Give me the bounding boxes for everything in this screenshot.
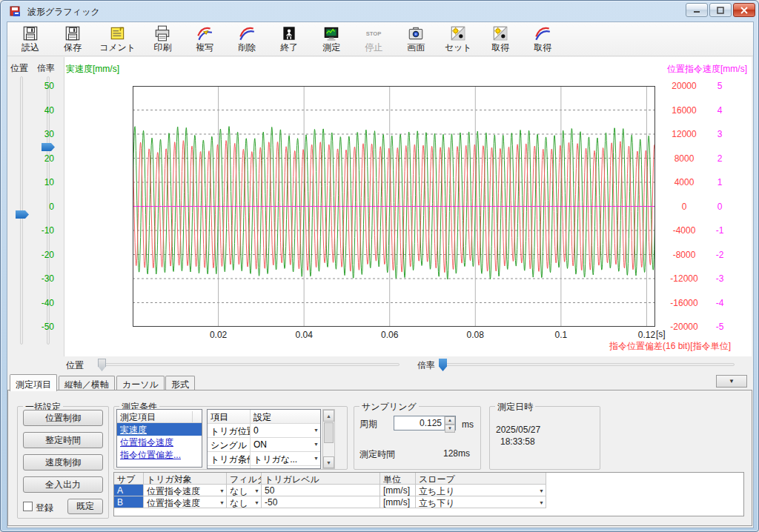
- tab-axes[interactable]: 縦軸／横軸: [59, 376, 115, 390]
- spin-up-icon[interactable]: ▲: [445, 416, 455, 425]
- chevron-down-icon[interactable]: ▼: [254, 500, 259, 505]
- toolbar-button-set[interactable]: セット: [443, 24, 474, 56]
- trigger-settings-grid[interactable]: 項目 設定 トリガ位置0▼シングルト...ON▼トリガ条件トリガな...▼データ…: [207, 409, 321, 469]
- h-position-slider-track[interactable]: [99, 363, 400, 366]
- close-button[interactable]: [733, 3, 755, 17]
- measure-time-value: 128ms: [443, 448, 470, 459]
- right-deviation-tick-label: 16000: [662, 105, 706, 116]
- x-axis-tick-label: 0.04: [285, 330, 322, 340]
- maximize-button[interactable]: [709, 3, 732, 17]
- h-zoom-label: 倍率: [417, 359, 435, 372]
- right-cmd-speed-tick-label: -1: [708, 225, 732, 236]
- right-cmd-speed-tick-label: -4: [708, 298, 732, 308]
- right-deviation-tick-label: 0: [662, 202, 706, 212]
- right-deviation-tick-label: 20000: [662, 81, 706, 91]
- left-axis-tick-label: 20: [21, 153, 54, 164]
- settings-row-2[interactable]: トリガ条件トリガな...▼: [208, 452, 320, 466]
- chevron-down-icon[interactable]: ▼: [314, 428, 319, 433]
- tab-options-button[interactable]: ▼: [716, 375, 747, 388]
- get-sun-icon: [491, 24, 509, 42]
- toolbar-button-screen[interactable]: 画面: [400, 24, 431, 56]
- register-label: 登録: [36, 502, 53, 514]
- settings-row-3[interactable]: データ平均有効▼: [208, 466, 320, 469]
- right-deviation-tick-label: -12000: [662, 273, 706, 284]
- left-axis-tick-label: -30: [21, 273, 54, 284]
- left-axis-tick-label: 10: [21, 177, 54, 187]
- measurement-item-0[interactable]: 実速度: [117, 423, 202, 436]
- toolbar-button-measure[interactable]: 測定: [316, 24, 347, 56]
- measurement-item-2[interactable]: 指令位置偏差...: [117, 448, 202, 461]
- toolbar-button-delete[interactable]: 削除: [231, 24, 262, 56]
- settling-time-button[interactable]: 整定時間: [23, 432, 103, 448]
- left-axis-tick-label: 30: [21, 129, 54, 139]
- right-cmd-speed-tick-label: 3: [708, 129, 732, 139]
- titlebar[interactable]: 波形グラフィック: [1, 1, 759, 21]
- trigger-row-B[interactable]: B位置指令速度▼なし▼-50[mm/s]立ち下り▼: [114, 496, 743, 508]
- minimize-icon: [693, 7, 700, 13]
- settings-row-1[interactable]: シングルト...ON▼: [208, 438, 320, 452]
- v-zoom-slider-thumb[interactable]: [42, 143, 55, 151]
- measure-monitor-icon: [322, 24, 340, 42]
- toolbar-button-get-set[interactable]: 取得: [485, 24, 516, 56]
- settings-row-0[interactable]: トリガ位置0▼: [208, 424, 320, 438]
- position-control-button[interactable]: 位置制御: [23, 410, 103, 426]
- toolbar-button-comment[interactable]: コメント: [99, 24, 136, 56]
- scroll-down-icon[interactable]: ▼: [323, 456, 334, 468]
- stop-icon: STOP: [365, 24, 382, 42]
- measurement-item-1[interactable]: 位置指令速度: [117, 436, 202, 448]
- tab-cursor[interactable]: カーソル: [116, 376, 165, 390]
- register-checkbox[interactable]: [23, 502, 33, 511]
- chevron-down-icon[interactable]: ▼: [219, 488, 225, 493]
- chevron-down-icon[interactable]: ▼: [314, 456, 319, 461]
- toolbar-button-exit[interactable]: 終了: [274, 24, 305, 56]
- all-io-button[interactable]: 全入出力: [23, 476, 103, 493]
- left-axis-title: 実速度[mm/s]: [66, 63, 119, 76]
- speed-control-button[interactable]: 速度制御: [23, 454, 103, 471]
- tab-measurement-items[interactable]: 測定項目: [10, 374, 57, 391]
- toolbar-button-save[interactable]: 保存: [57, 24, 88, 56]
- settings-grid-header: 項目 設定: [208, 410, 320, 424]
- toolbar-button-load[interactable]: 読込: [15, 24, 46, 56]
- default-button[interactable]: 既定: [67, 499, 103, 514]
- period-value: 0.125: [394, 416, 444, 430]
- trigger-table-header: サブトリガ対象フィルタトリガレベル単位スロープ: [114, 473, 743, 485]
- chevron-down-icon[interactable]: ▼: [254, 488, 259, 493]
- measurement-items-list[interactable]: 測定項目 実速度位置指令速度指令位置偏差...: [116, 409, 202, 468]
- right-deviation-tick-label: -20000: [662, 322, 706, 332]
- chevron-down-icon[interactable]: ▼: [539, 488, 544, 493]
- maximize-icon: [717, 7, 724, 14]
- settings-grid-scrollbar[interactable]: ▲ ▼: [322, 409, 335, 469]
- toolbar-button-copy[interactable]: 複写: [189, 24, 220, 56]
- minimize-button[interactable]: [686, 3, 708, 17]
- left-axis-tick-label: 50: [21, 81, 54, 91]
- spin-down-icon[interactable]: ▼: [445, 425, 455, 433]
- right-cmd-speed-tick-label: 5: [708, 81, 732, 91]
- x-axis-tick-label: 0.08: [457, 330, 494, 340]
- trigger-table[interactable]: サブトリガ対象フィルタトリガレベル単位スロープA位置指令速度▼なし▼50[mm/…: [113, 472, 744, 516]
- right-deviation-tick-label: 4000: [662, 177, 706, 187]
- right-deviation-tick-label: 12000: [662, 129, 706, 139]
- scrollbar-thumb[interactable]: [324, 422, 334, 443]
- toolbar-button-print[interactable]: 印刷: [147, 24, 178, 56]
- load-floppy-icon: [21, 24, 39, 42]
- comment-note-icon: [109, 24, 127, 42]
- left-axis-tick-label: 0: [21, 202, 54, 212]
- period-spin-buttons[interactable]: ▲▼: [444, 416, 455, 430]
- h-zoom-slider-track[interactable]: [440, 363, 735, 366]
- toolbar: 読込保存コメント印刷複写削除終了測定STOP停止画面セット取得取得: [7, 22, 753, 56]
- right-deviation-tick-label: -16000: [662, 298, 706, 308]
- period-spinner[interactable]: 0.125 ▲▼: [394, 416, 456, 430]
- v-position-slider-thumb[interactable]: [16, 210, 29, 219]
- chevron-down-icon[interactable]: ▼: [219, 500, 225, 505]
- tab-format[interactable]: 形式: [165, 376, 195, 390]
- measure-time-label: 測定時間: [359, 448, 395, 461]
- tabstrip: 測定項目縦軸／横軸カーソル形式: [7, 374, 752, 390]
- trigger-row-A[interactable]: A位置指令速度▼なし▼50[mm/s]立ち上り▼: [114, 485, 743, 496]
- chevron-down-icon[interactable]: ▼: [314, 442, 319, 447]
- waveform-chart: [133, 86, 655, 327]
- toolbar-button-get-waveform[interactable]: 取得: [527, 24, 558, 56]
- scroll-up-icon[interactable]: ▲: [323, 410, 334, 422]
- chevron-down-icon[interactable]: ▼: [539, 500, 544, 505]
- left-axis-tick-label: 40: [21, 105, 54, 116]
- h-position-label: 位置: [66, 359, 84, 372]
